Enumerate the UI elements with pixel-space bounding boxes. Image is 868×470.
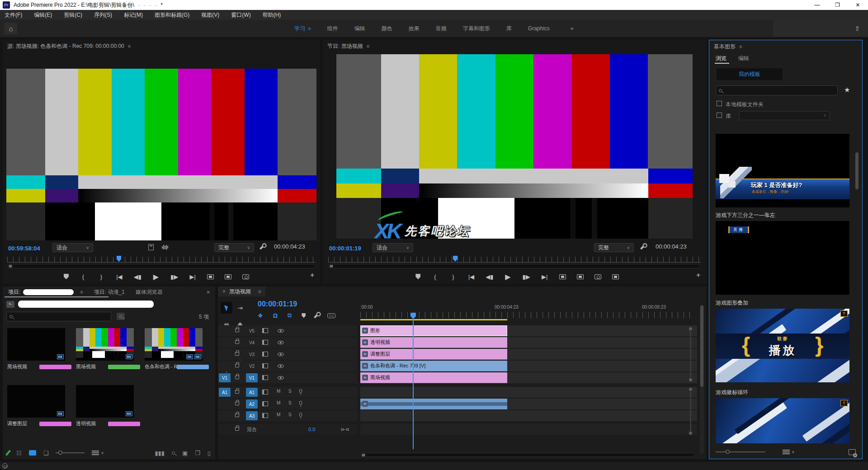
new-item-icon[interactable]: ❐ (195, 450, 200, 456)
track-select-forward-tool[interactable]: ⇥ (234, 302, 246, 314)
workspace-overflow-icon[interactable]: » (571, 25, 574, 32)
project-item-transparent-video[interactable]: 透明视频 (76, 385, 140, 427)
export-share-icon[interactable]: ⇧ (853, 24, 862, 33)
timeline-settings-wrench-icon[interactable] (314, 313, 319, 318)
restore-button[interactable]: ❐ (827, 0, 848, 10)
project-item-black-video-1[interactable]: 黑场视频 (7, 328, 71, 370)
source-zoom-select[interactable]: 适合∨ (52, 243, 93, 252)
project-item-adjustment-layer[interactable]: 调整图层 (7, 385, 71, 427)
lock-icon[interactable] (235, 414, 239, 417)
panel-menu-icon[interactable]: ≡ (80, 289, 83, 295)
export-frame-button[interactable] (242, 274, 249, 279)
lift-button[interactable] (559, 274, 566, 279)
sync-lock-icon[interactable] (262, 375, 268, 380)
go-to-in-button[interactable]: |◀ (116, 273, 123, 280)
sync-lock-icon[interactable] (262, 352, 268, 357)
add-marker-icon[interactable] (64, 274, 69, 279)
play-button[interactable]: ▶ (505, 273, 512, 281)
thumbnail-zoom-slider[interactable] (56, 452, 85, 453)
workspace-tab-color[interactable]: 颜色 (382, 25, 392, 33)
toggle-track-output-icon[interactable] (278, 341, 284, 344)
timeline-horizontal-scrollbar[interactable] (360, 453, 695, 457)
sync-lock-icon[interactable] (262, 413, 268, 418)
toggle-track-output-icon[interactable] (278, 376, 284, 380)
clip-adjustment-layer[interactable]: fx调整图层 (360, 349, 507, 360)
source-patch-a1[interactable]: A1 (219, 388, 231, 397)
local-templates-checkbox[interactable] (717, 101, 722, 106)
templates-search-input[interactable] (716, 85, 838, 95)
menu-markers[interactable]: 标记(M) (124, 11, 143, 19)
source-settings-wrench-icon[interactable] (259, 244, 265, 249)
button-editor-plus-icon[interactable]: + (310, 271, 314, 279)
menu-view[interactable]: 视图(V) (201, 11, 219, 19)
mark-out-button[interactable]: } (98, 273, 105, 280)
workspace-tab-libraries[interactable]: 库 (506, 25, 512, 33)
overwrite-button[interactable] (225, 274, 231, 279)
tab-media-browser[interactable]: 媒体浏览器 (130, 287, 168, 297)
add-marker-icon[interactable] (415, 274, 420, 279)
timeline-playhead-line[interactable] (413, 319, 414, 449)
template-game-overlay[interactable]: 直播 (716, 221, 849, 295)
program-zoom-scrollbar[interactable] (328, 264, 701, 268)
track-lane-v2[interactable]: fx色条和色调 - Rec 709 [V] (360, 361, 697, 371)
sync-lock-icon[interactable] (262, 401, 268, 406)
program-video-viewer[interactable] (336, 54, 693, 239)
favorites-star-icon[interactable]: ★ (844, 86, 850, 94)
workspace-tab-graphics[interactable]: Graphics (528, 25, 550, 32)
lock-icon[interactable] (235, 376, 239, 379)
timeline-vertical-scrollbar[interactable] (700, 305, 704, 454)
program-timeline-ruler[interactable] (328, 257, 701, 262)
clip-bars-tone[interactable]: fx色条和色调 - Rec 709 [V] (360, 361, 507, 371)
navigate-up-icon[interactable]: ⬑ (6, 301, 14, 308)
toggle-track-output-icon[interactable] (278, 364, 284, 368)
menu-graphics-titles[interactable]: 图形和标题(G) (155, 11, 189, 19)
list-view-icon[interactable]: ☷ (16, 450, 22, 456)
voiceover-record-icon[interactable] (299, 401, 302, 405)
creative-cloud-icon[interactable] (2, 463, 8, 469)
track-lane-a1[interactable] (360, 387, 697, 398)
toggle-track-output-icon[interactable] (278, 329, 284, 333)
keyframe-toggle-icon[interactable]: ⊳⊲ (341, 427, 349, 432)
extract-button[interactable] (577, 274, 584, 279)
button-editor-plus-icon[interactable]: + (696, 271, 700, 279)
go-to-in-button[interactable]: |◀ (467, 273, 475, 280)
mix-value[interactable]: 0.0 (308, 427, 315, 432)
label-color-chip[interactable] (177, 365, 209, 369)
lock-icon[interactable] (235, 364, 239, 367)
label-color-chip[interactable] (108, 365, 140, 369)
lock-icon[interactable] (235, 340, 239, 344)
track-name-a1[interactable]: A1 (246, 388, 258, 397)
program-timecode[interactable]: 00:00:01:19 (329, 245, 361, 252)
source-resolution-select[interactable]: 完整∨ (214, 243, 254, 252)
menu-help[interactable]: 帮助(H) (263, 11, 281, 19)
step-forward-button[interactable]: ▮▶ (523, 273, 530, 280)
template-partial[interactable]: T (716, 398, 849, 443)
tab-edit[interactable]: 编辑 (738, 55, 749, 62)
menu-clip[interactable]: 剪辑(C) (64, 11, 82, 19)
track-name-v2[interactable]: V2 (246, 362, 258, 371)
tab-project-anime[interactable]: 项目: 动漫_1 (89, 287, 130, 297)
mute-button[interactable]: M (277, 400, 280, 405)
linked-selection-icon[interactable]: ⧉ (288, 312, 292, 319)
track-lane-v3[interactable]: fx调整图层 (360, 349, 697, 360)
thumbnail-size-slider[interactable] (716, 451, 765, 452)
drag-video-icon[interactable] (148, 244, 154, 250)
new-bin-icon[interactable]: ▣ (182, 450, 188, 456)
template-lower-third[interactable]: 玩家 1 是否准备好? 各就各位，预备，开始! (716, 134, 849, 207)
mute-button[interactable]: M (277, 389, 280, 394)
go-to-out-button[interactable]: ▶| (189, 273, 196, 280)
workspace-tab-assembly[interactable]: 组件 (327, 25, 338, 33)
menu-file[interactable]: 文件(F) (5, 11, 22, 19)
templates-scrollbar[interactable] (855, 131, 859, 444)
libraries-checkbox[interactable] (717, 113, 722, 118)
lock-icon[interactable] (235, 390, 239, 394)
sync-lock-icon[interactable] (262, 340, 268, 345)
track-name-a3[interactable]: A3 (246, 411, 258, 420)
mute-button[interactable]: M (277, 412, 280, 417)
voiceover-record-icon[interactable] (299, 413, 302, 417)
selection-tool[interactable] (221, 302, 232, 314)
project-search-input[interactable] (6, 312, 111, 321)
close-button[interactable]: ✕ (848, 0, 868, 10)
video-tracks-scrollbar[interactable] (689, 327, 692, 381)
menu-edit[interactable]: 编辑(E) (34, 11, 52, 19)
